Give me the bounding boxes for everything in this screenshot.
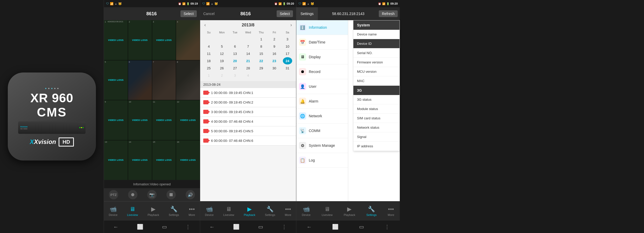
cal-day-20[interactable]: 20 [230,57,240,64]
cal-day-nx-1[interactable]: 1 [204,72,213,79]
dropdown-module-status[interactable]: Module status [353,104,400,114]
recording-item-6[interactable]: 6 00:00:00- 07:46:48 CHN:6 [200,136,296,145]
cal-day-23[interactable]: 23 [270,57,279,64]
nav-liveview-p2[interactable]: 🖥 Liveview [125,205,140,218]
camera-cell-8[interactable]: 8 [176,60,200,100]
stop-btn[interactable] [166,190,176,199]
camera-cell-9[interactable]: 9 VIDEO LOSS [104,100,128,140]
nav-device-p3[interactable]: 📹 Device [203,205,216,218]
cal-day-7[interactable]: 7 [243,43,253,50]
cal-day-29[interactable]: 29 [257,64,266,72]
menu-item-network[interactable]: 🌐 Network [296,109,348,123]
select-button-p2[interactable]: Select [180,10,197,17]
cal-day-18[interactable]: 18 [204,57,213,64]
camera-cell-14[interactable]: 14 VIDEO LOSS [128,140,152,180]
cal-day-8[interactable]: 8 [257,43,266,50]
cal-day-13[interactable]: 13 [230,50,240,57]
nav-playback-p4[interactable]: ▶ Playback [342,205,358,218]
recents-btn-p3[interactable]: ▭ [258,224,263,230]
nav-liveview-p4[interactable]: 🖥 Liveview [320,205,335,218]
menu-item-record[interactable]: ⏺ Record [296,64,348,79]
snapshot-btn[interactable]: 📷 [147,190,157,199]
cal-day-14[interactable]: 14 [243,50,253,57]
menu-item-log[interactable]: 📋 Log [296,153,348,168]
dropdown-serial-no[interactable]: Serial NO. [353,48,400,58]
refresh-button[interactable]: Refresh [379,10,398,17]
camera-cell-16[interactable]: 16 VIDEO LOSS [176,140,200,180]
home-btn-p3[interactable]: ⬜ [233,224,240,230]
camera-cell-1[interactable]: 1 4/24/2013 09:19:21 VIDEO LOSS [104,20,128,60]
menu-btn-p3[interactable]: ⋮ [282,224,287,230]
dropdown-mcu-version[interactable]: MCU version [353,67,400,76]
dropdown-signal[interactable]: Signal [353,132,400,142]
recording-item-2[interactable]: 2 00:00:00- 09:19:45 CHN:2 [200,98,296,107]
dropdown-firmware-version[interactable]: Firmware version [353,58,400,67]
recents-btn-p2[interactable]: ▭ [162,224,167,230]
back-btn-p2[interactable]: ← [113,224,118,230]
cal-day-nx-3[interactable]: 3 [230,72,240,79]
cal-day-10[interactable]: 10 [283,43,292,50]
dropdown-sim-card-status[interactable]: SIM card status [353,114,400,123]
dropdown-network-status[interactable]: Network status [353,123,400,132]
home-btn-p2[interactable]: ⬜ [137,224,143,230]
nav-liveview-p3[interactable]: 🖥 Liveview [221,205,236,218]
cal-day-15[interactable]: 15 [257,50,266,57]
cal-day-nx-4[interactable]: 4 [243,72,253,79]
menu-item-information[interactable]: ℹ️ Information [296,20,348,35]
menu-item-alarm[interactable]: 🔔 Alarm [296,94,348,109]
calendar-next-btn[interactable]: › [288,22,294,28]
nav-more-p4[interactable]: ••• More [386,205,396,218]
recording-item-5[interactable]: 5 00:00:00- 09:19:45 CHN:5 [200,126,296,136]
audio-btn[interactable]: 🔊 [186,190,195,199]
menu-item-display[interactable]: 🖥 Display [296,50,348,64]
camera-cell-15[interactable]: 15 VIDEO LOSS [152,140,176,180]
cal-day-6[interactable]: 6 [230,43,240,50]
camera-cell-11[interactable]: 11 VIDEO LOSS [152,100,176,140]
menu-btn-p4[interactable]: ⋮ [384,224,390,230]
cal-day-9[interactable]: 9 [270,43,279,50]
menu-item-datetime[interactable]: 📅 Date/Time [296,35,348,50]
nav-settings-p3[interactable]: 🔧 Settings [263,205,277,218]
cancel-button-p3[interactable]: Cancel [203,12,215,16]
camera-cell-3[interactable]: 3 VIDEO LOSS [152,20,176,60]
camera-cell-2[interactable]: 2 VIDEO LOSS [128,20,152,60]
cal-day-17[interactable]: 17 [283,50,292,57]
cal-day-12[interactable]: 12 [217,50,227,57]
home-btn-p4[interactable]: ⬜ [332,224,339,230]
cal-day-16[interactable]: 16 [270,50,279,57]
cal-day-2[interactable]: 2 [270,35,279,43]
menu-item-user[interactable]: 👤 User [296,79,348,94]
calendar-prev-btn[interactable]: ‹ [202,22,208,28]
nav-device-p2[interactable]: 📹 Device [107,205,120,218]
cal-day-5[interactable]: 5 [217,43,227,50]
cal-day-4[interactable]: 4 [204,43,213,50]
ptz-btn[interactable]: PTZ [109,190,118,199]
cal-day-25[interactable]: 25 [204,64,213,72]
dropdown-3g-status[interactable]: 3G status [353,95,400,104]
nav-device-p4[interactable]: 📹 Device [300,205,313,218]
cal-day-28[interactable]: 28 [243,64,253,72]
camera-cell-13[interactable]: 13 VIDEO LOSS [104,140,128,180]
cal-day-27[interactable]: 27 [230,64,240,72]
menu-btn-p2[interactable]: ⋮ [185,224,191,230]
record-btn[interactable] [128,190,137,199]
cal-day-30[interactable]: 30 [270,64,279,72]
menu-item-comm[interactable]: 📡 COMM [296,123,348,138]
camera-cell-6[interactable]: 6 [128,60,152,100]
dropdown-ip-address[interactable]: IP address [353,142,400,151]
cal-day-3[interactable]: 3 [283,35,292,43]
recents-btn-p4[interactable]: ▭ [359,224,364,230]
nav-settings-p4[interactable]: 🔧 Settings [364,205,379,218]
cal-day-19[interactable]: 19 [217,57,227,64]
back-btn-p3[interactable]: ← [209,224,215,230]
camera-cell-7[interactable]: 7 [152,60,176,100]
cal-day-11[interactable]: 11 [204,50,213,57]
camera-cell-4[interactable]: 4 [176,20,200,60]
camera-cell-5[interactable]: 5 VIDEO LOSS [104,60,128,100]
nav-playback-p3[interactable]: ▶ Playback [242,205,257,218]
cal-day-21[interactable]: 21 [243,57,253,64]
cal-day-31[interactable]: 31 [283,64,292,72]
nav-playback-p2[interactable]: ▶ Playback [145,205,161,218]
recording-item-3[interactable]: 3 00:00:00- 09:19:45 CHN:3 [200,107,296,117]
cal-day-24[interactable]: 24 [283,57,292,64]
